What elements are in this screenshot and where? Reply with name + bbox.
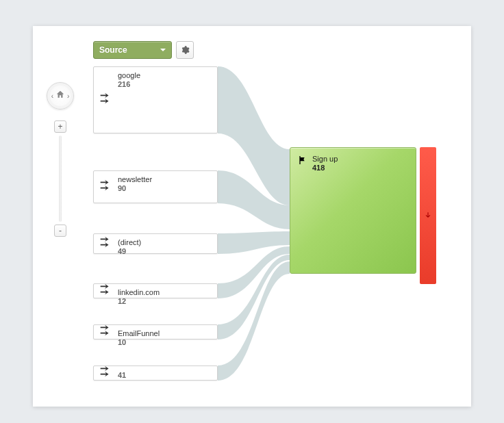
- flag-icon: [297, 155, 308, 168]
- source-label: (direct): [118, 238, 212, 246]
- goal-value: 418: [312, 164, 409, 172]
- source-value: 90: [118, 184, 212, 192]
- home-icon: [55, 90, 65, 99]
- arrow-down-icon: [423, 211, 433, 220]
- source-node[interactable]: google216: [93, 66, 218, 133]
- source-node[interactable]: linkedin.com12: [93, 283, 218, 298]
- nav-prev-button[interactable]: ‹: [51, 92, 53, 100]
- source-value: 10: [118, 338, 212, 346]
- dimension-dropdown[interactable]: Source: [93, 41, 172, 59]
- source-label: linkedin.com: [118, 288, 212, 296]
- flow-panel: Source ‹ › + - Sign up 418 google216news…: [33, 26, 471, 407]
- source-value: 41: [118, 371, 212, 379]
- throughput-icon: [98, 91, 113, 109]
- source-node[interactable]: (direct)49: [93, 233, 218, 254]
- source-label: EmailFunnel: [118, 329, 212, 337]
- throughput-icon: [98, 323, 113, 341]
- zoom-control: + -: [54, 120, 66, 237]
- nav-control: ‹ ›: [47, 82, 74, 110]
- dropoff-bar[interactable]: [420, 147, 436, 284]
- gear-icon: [180, 45, 190, 55]
- throughput-icon: [98, 178, 113, 196]
- source-value: 12: [118, 297, 212, 305]
- source-value: 49: [118, 247, 212, 255]
- goal-node[interactable]: Sign up 418: [290, 147, 416, 274]
- source-label: google: [118, 71, 212, 79]
- zoom-in-button[interactable]: +: [54, 120, 66, 133]
- nav-home-button[interactable]: [55, 90, 65, 102]
- settings-button[interactable]: [176, 41, 194, 59]
- throughput-icon: [98, 364, 113, 382]
- throughput-icon: [98, 282, 113, 300]
- throughput-icon: [98, 235, 113, 253]
- source-node[interactable]: EmailFunnel10: [93, 324, 218, 339]
- goal-label: Sign up: [312, 155, 409, 163]
- nav-next-button[interactable]: ›: [67, 92, 69, 100]
- source-node[interactable]: newsletter90: [93, 170, 218, 203]
- zoom-out-button[interactable]: -: [54, 225, 66, 237]
- source-value: 216: [118, 80, 212, 88]
- zoom-slider[interactable]: [59, 136, 62, 222]
- source-node[interactable]: 41: [93, 366, 218, 381]
- dimension-label: Source: [99, 45, 127, 55]
- source-label: newsletter: [118, 175, 212, 183]
